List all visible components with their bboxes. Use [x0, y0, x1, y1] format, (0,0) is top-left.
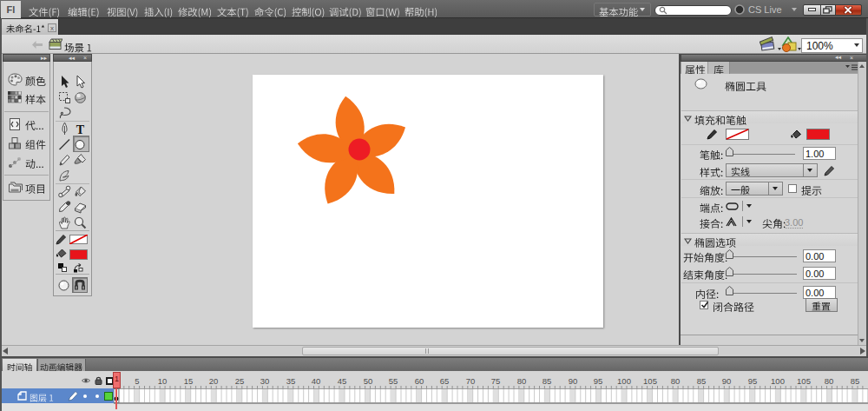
svg-text:90: 90 — [569, 376, 578, 386]
svg-text:95: 95 — [748, 376, 758, 386]
svg-text:50: 50 — [364, 376, 373, 386]
svg-text:100: 100 — [771, 376, 785, 386]
svg-text:100: 100 — [617, 376, 631, 386]
svg-text:25: 25 — [235, 376, 245, 386]
svg-text:105: 105 — [643, 376, 657, 386]
svg-text:85: 85 — [697, 376, 707, 386]
svg-text:T: T — [76, 123, 85, 136]
svg-text:80: 80 — [671, 376, 681, 386]
svg-text:35: 35 — [286, 376, 296, 386]
svg-text:15: 15 — [184, 376, 194, 386]
svg-text:85: 85 — [542, 376, 552, 386]
svg-text:75: 75 — [491, 376, 501, 386]
svg-text:65: 65 — [440, 376, 450, 386]
svg-text:90: 90 — [722, 376, 732, 386]
svg-text:105: 105 — [797, 376, 811, 386]
svg-text:95: 95 — [594, 376, 603, 386]
svg-text:80: 80 — [825, 376, 834, 386]
svg-text:5: 5 — [135, 376, 139, 386]
svg-text:55: 55 — [389, 376, 398, 386]
svg-text:40: 40 — [312, 376, 321, 386]
svg-text:20: 20 — [209, 376, 219, 386]
svg-text:10: 10 — [158, 376, 168, 386]
svg-text:60: 60 — [415, 376, 424, 386]
svg-text:30: 30 — [260, 376, 270, 386]
svg-text:80: 80 — [517, 376, 527, 386]
svg-text:70: 70 — [466, 376, 476, 386]
svg-text:85: 85 — [851, 376, 860, 386]
svg-text:45: 45 — [338, 376, 347, 386]
